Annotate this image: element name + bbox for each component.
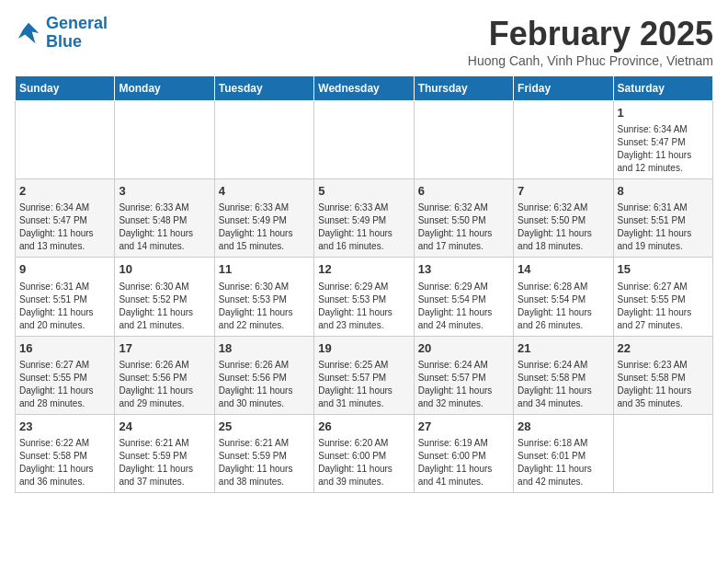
day-number: 13 bbox=[418, 261, 509, 278]
day-info: Sunrise: 6:33 AM Sunset: 5:49 PM Dayligh… bbox=[219, 201, 310, 253]
day-number: 21 bbox=[518, 340, 609, 357]
day-info: Sunrise: 6:28 AM Sunset: 5:54 PM Dayligh… bbox=[518, 281, 609, 332]
calendar-day-cell: 10Sunrise: 6:30 AM Sunset: 5:52 PM Dayli… bbox=[115, 258, 214, 336]
day-number: 16 bbox=[19, 340, 110, 357]
weekday-header: Tuesday bbox=[214, 76, 313, 101]
day-number: 22 bbox=[618, 340, 709, 357]
day-info: Sunrise: 6:27 AM Sunset: 5:55 PM Dayligh… bbox=[618, 281, 709, 332]
logo-icon bbox=[15, 19, 42, 47]
day-info: Sunrise: 6:25 AM Sunset: 5:57 PM Dayligh… bbox=[318, 359, 409, 410]
calendar-day-cell: 11Sunrise: 6:30 AM Sunset: 5:53 PM Dayli… bbox=[214, 258, 313, 336]
logo-text: General Blue bbox=[46, 15, 108, 52]
weekday-header: Friday bbox=[514, 76, 613, 101]
day-info: Sunrise: 6:29 AM Sunset: 5:53 PM Dayligh… bbox=[318, 281, 409, 332]
day-number: 17 bbox=[119, 340, 210, 357]
day-number: 25 bbox=[219, 419, 310, 435]
day-info: Sunrise: 6:34 AM Sunset: 5:47 PM Dayligh… bbox=[19, 201, 110, 253]
calendar-day-cell: 26Sunrise: 6:20 AM Sunset: 6:00 PM Dayli… bbox=[314, 414, 414, 492]
day-number: 2 bbox=[19, 183, 110, 200]
svg-marker-0 bbox=[18, 23, 40, 44]
day-number: 28 bbox=[518, 419, 609, 435]
day-info: Sunrise: 6:23 AM Sunset: 5:58 PM Dayligh… bbox=[618, 359, 709, 410]
calendar-day-cell: 25Sunrise: 6:21 AM Sunset: 5:59 PM Dayli… bbox=[214, 414, 313, 492]
day-info: Sunrise: 6:21 AM Sunset: 5:59 PM Dayligh… bbox=[119, 437, 210, 488]
day-info: Sunrise: 6:30 AM Sunset: 5:52 PM Dayligh… bbox=[119, 281, 210, 332]
calendar-day-cell: 24Sunrise: 6:21 AM Sunset: 5:59 PM Dayli… bbox=[115, 414, 214, 492]
calendar-day-cell: 4Sunrise: 6:33 AM Sunset: 5:49 PM Daylig… bbox=[214, 179, 313, 258]
day-number: 24 bbox=[119, 419, 210, 435]
day-number: 20 bbox=[418, 340, 509, 357]
day-number: 26 bbox=[318, 419, 409, 435]
day-info: Sunrise: 6:33 AM Sunset: 5:48 PM Dayligh… bbox=[119, 201, 210, 253]
day-number: 11 bbox=[219, 261, 310, 278]
day-info: Sunrise: 6:21 AM Sunset: 5:59 PM Dayligh… bbox=[219, 437, 310, 488]
weekday-header: Monday bbox=[115, 76, 214, 101]
day-number: 7 bbox=[518, 183, 609, 200]
day-info: Sunrise: 6:26 AM Sunset: 5:56 PM Dayligh… bbox=[219, 359, 310, 410]
calendar-day-cell: 21Sunrise: 6:24 AM Sunset: 5:58 PM Dayli… bbox=[514, 336, 613, 414]
day-info: Sunrise: 6:19 AM Sunset: 6:00 PM Dayligh… bbox=[418, 437, 509, 488]
day-number: 3 bbox=[119, 183, 210, 200]
day-info: Sunrise: 6:31 AM Sunset: 5:51 PM Dayligh… bbox=[19, 281, 110, 332]
calendar-day-cell: 6Sunrise: 6:32 AM Sunset: 5:50 PM Daylig… bbox=[414, 179, 513, 258]
day-number: 10 bbox=[119, 261, 210, 278]
weekday-header: Wednesday bbox=[314, 76, 414, 101]
title-area: February 2025 Huong Canh, Vinh Phuc Prov… bbox=[468, 15, 713, 68]
day-info: Sunrise: 6:22 AM Sunset: 5:58 PM Dayligh… bbox=[19, 437, 110, 488]
day-number: 18 bbox=[219, 340, 310, 357]
calendar-empty-cell bbox=[115, 101, 214, 179]
calendar-day-cell: 17Sunrise: 6:26 AM Sunset: 5:56 PM Dayli… bbox=[115, 336, 214, 414]
calendar-empty-cell bbox=[214, 101, 313, 179]
calendar-empty-cell bbox=[314, 101, 414, 179]
calendar-empty-cell bbox=[613, 414, 712, 492]
calendar-week-row: 1Sunrise: 6:34 AM Sunset: 5:47 PM Daylig… bbox=[16, 101, 713, 179]
weekday-header: Thursday bbox=[414, 76, 513, 101]
day-number: 12 bbox=[318, 261, 409, 278]
calendar-day-cell: 28Sunrise: 6:18 AM Sunset: 6:01 PM Dayli… bbox=[514, 414, 613, 492]
day-number: 4 bbox=[219, 183, 310, 200]
calendar-day-cell: 1Sunrise: 6:34 AM Sunset: 5:47 PM Daylig… bbox=[613, 101, 712, 179]
day-number: 5 bbox=[318, 183, 409, 200]
calendar-week-row: 2Sunrise: 6:34 AM Sunset: 5:47 PM Daylig… bbox=[16, 179, 713, 258]
calendar-week-row: 9Sunrise: 6:31 AM Sunset: 5:51 PM Daylig… bbox=[16, 258, 713, 336]
calendar-day-cell: 8Sunrise: 6:31 AM Sunset: 5:51 PM Daylig… bbox=[613, 179, 712, 258]
day-info: Sunrise: 6:34 AM Sunset: 5:47 PM Dayligh… bbox=[618, 123, 709, 175]
calendar-day-cell: 27Sunrise: 6:19 AM Sunset: 6:00 PM Dayli… bbox=[414, 414, 513, 492]
logo: General Blue bbox=[15, 15, 108, 52]
calendar-week-row: 16Sunrise: 6:27 AM Sunset: 5:55 PM Dayli… bbox=[16, 336, 713, 414]
calendar-day-cell: 19Sunrise: 6:25 AM Sunset: 5:57 PM Dayli… bbox=[314, 336, 414, 414]
calendar-empty-cell bbox=[414, 101, 513, 179]
day-info: Sunrise: 6:26 AM Sunset: 5:56 PM Dayligh… bbox=[119, 359, 210, 410]
calendar-day-cell: 12Sunrise: 6:29 AM Sunset: 5:53 PM Dayli… bbox=[314, 258, 414, 336]
day-info: Sunrise: 6:32 AM Sunset: 5:50 PM Dayligh… bbox=[418, 201, 509, 253]
weekday-header: Saturday bbox=[613, 76, 712, 101]
calendar-empty-cell bbox=[514, 101, 613, 179]
location-title: Huong Canh, Vinh Phuc Province, Vietnam bbox=[468, 53, 713, 68]
calendar-day-cell: 14Sunrise: 6:28 AM Sunset: 5:54 PM Dayli… bbox=[514, 258, 613, 336]
month-title: February 2025 bbox=[468, 15, 713, 53]
calendar-day-cell: 22Sunrise: 6:23 AM Sunset: 5:58 PM Dayli… bbox=[613, 336, 712, 414]
calendar-day-cell: 16Sunrise: 6:27 AM Sunset: 5:55 PM Dayli… bbox=[16, 336, 115, 414]
day-number: 15 bbox=[618, 261, 709, 278]
day-info: Sunrise: 6:33 AM Sunset: 5:49 PM Dayligh… bbox=[318, 201, 409, 253]
calendar-day-cell: 5Sunrise: 6:33 AM Sunset: 5:49 PM Daylig… bbox=[314, 179, 414, 258]
day-info: Sunrise: 6:24 AM Sunset: 5:57 PM Dayligh… bbox=[418, 359, 509, 410]
day-number: 8 bbox=[618, 183, 709, 200]
day-number: 9 bbox=[19, 261, 110, 278]
calendar-week-row: 23Sunrise: 6:22 AM Sunset: 5:58 PM Dayli… bbox=[16, 414, 713, 492]
calendar-day-cell: 15Sunrise: 6:27 AM Sunset: 5:55 PM Dayli… bbox=[613, 258, 712, 336]
weekday-header: Sunday bbox=[16, 76, 115, 101]
day-info: Sunrise: 6:30 AM Sunset: 5:53 PM Dayligh… bbox=[219, 281, 310, 332]
calendar-empty-cell bbox=[16, 101, 115, 179]
calendar-day-cell: 23Sunrise: 6:22 AM Sunset: 5:58 PM Dayli… bbox=[16, 414, 115, 492]
day-info: Sunrise: 6:18 AM Sunset: 6:01 PM Dayligh… bbox=[518, 437, 609, 488]
day-number: 27 bbox=[418, 419, 509, 435]
calendar-day-cell: 18Sunrise: 6:26 AM Sunset: 5:56 PM Dayli… bbox=[214, 336, 313, 414]
day-info: Sunrise: 6:27 AM Sunset: 5:55 PM Dayligh… bbox=[19, 359, 110, 410]
calendar-day-cell: 9Sunrise: 6:31 AM Sunset: 5:51 PM Daylig… bbox=[16, 258, 115, 336]
calendar-table: SundayMondayTuesdayWednesdayThursdayFrid… bbox=[15, 75, 713, 493]
calendar-day-cell: 3Sunrise: 6:33 AM Sunset: 5:48 PM Daylig… bbox=[115, 179, 214, 258]
calendar-header-row: SundayMondayTuesdayWednesdayThursdayFrid… bbox=[16, 76, 713, 101]
calendar-day-cell: 7Sunrise: 6:32 AM Sunset: 5:50 PM Daylig… bbox=[514, 179, 613, 258]
day-info: Sunrise: 6:31 AM Sunset: 5:51 PM Dayligh… bbox=[618, 201, 709, 253]
